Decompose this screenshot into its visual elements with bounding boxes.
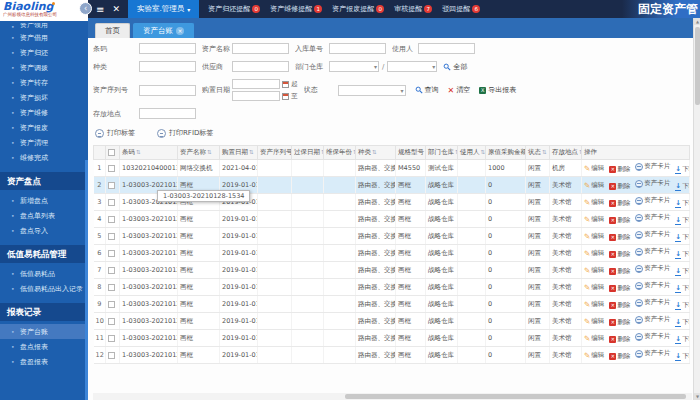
sidebar-item[interactable]: •维修完成 [0, 150, 88, 165]
row-checkbox[interactable] [108, 250, 115, 257]
action-download[interactable]: ↓下载 [675, 335, 689, 344]
row-checkbox[interactable] [108, 335, 115, 342]
action-delete[interactable]: ✕删除 [609, 301, 630, 310]
sidebar-item[interactable]: •资产损坏 [0, 90, 88, 105]
sort-icon[interactable]: ⇅ [207, 149, 212, 155]
user-input[interactable] [418, 43, 475, 54]
action-asset-card[interactable]: 资产卡片 [635, 247, 670, 256]
vertical-scrollbar-thumb[interactable] [695, 27, 700, 105]
action-edit[interactable]: ✎编辑 [584, 215, 604, 224]
sidebar-item[interactable]: •盘点导入 [0, 223, 88, 238]
category-input[interactable] [139, 61, 196, 72]
column-header[interactable]: 使用人⇅ [458, 146, 486, 160]
sidebar-item[interactable]: •资产归还 [0, 45, 88, 60]
column-header[interactable]: 状态⇅ [526, 146, 550, 160]
row-checkbox[interactable] [108, 318, 115, 325]
supplier-input[interactable] [232, 61, 289, 72]
action-edit[interactable]: ✎编辑 [584, 317, 604, 326]
action-edit[interactable]: ✎编辑 [584, 232, 604, 241]
sort-icon[interactable]: ⇅ [481, 149, 486, 155]
action-edit[interactable]: ✎编辑 [584, 300, 604, 309]
sidebar-item[interactable]: •资产调拨 [0, 60, 88, 75]
export-report-button[interactable]: X 导出报表 [479, 85, 516, 95]
sidebar-section-header[interactable]: 低值易耗品管理 [0, 245, 88, 263]
column-header[interactable]: 存放地点⇅ [550, 146, 582, 160]
sidebar-section-header[interactable]: 资产盘点 [0, 172, 88, 190]
sidebar-item[interactable]: •资产清理 [0, 135, 88, 150]
print-rfid-button[interactable]: 打印RFID标签 [157, 128, 213, 138]
action-asset-card[interactable]: 资产卡片 [635, 298, 670, 307]
action-edit[interactable]: ✎编辑 [584, 334, 604, 343]
row-checkbox[interactable] [108, 216, 115, 223]
reminder-tab[interactable]: 资产报废提醒0 [332, 4, 384, 14]
barcode-input[interactable] [139, 43, 196, 54]
tab-close-icon[interactable]: × [176, 27, 184, 35]
column-header[interactable]: 种类⇅ [356, 146, 396, 160]
sidebar-item[interactable]: •资产台账 [0, 324, 88, 339]
action-edit[interactable]: ✎编辑 [584, 266, 604, 275]
sidebar-item[interactable]: •低值易耗品 [0, 266, 88, 281]
asset-name-input[interactable] [232, 43, 289, 54]
warehouse-select[interactable]: ▾ [387, 61, 437, 72]
select-all-checkbox[interactable] [108, 149, 115, 156]
sidebar-item[interactable]: •盘盈报表 [0, 354, 88, 369]
action-asset-card[interactable]: 资产卡片 [635, 349, 670, 358]
action-download[interactable]: ↓下载 [675, 165, 689, 174]
scroll-up-icon[interactable]: ▲ [694, 18, 700, 25]
clear-button[interactable]: ✕ 清空 [448, 85, 471, 95]
action-delete[interactable]: ✕删除 [609, 318, 630, 327]
user-menu[interactable]: 实验室.管理员 ▾ [128, 0, 199, 18]
scroll-down-icon[interactable]: ▼ [694, 393, 700, 400]
action-asset-card[interactable]: 资产卡片 [635, 264, 670, 273]
action-edit[interactable]: ✎编辑 [584, 198, 604, 207]
action-edit[interactable]: ✎编辑 [584, 249, 604, 258]
inbound-no-input[interactable] [329, 43, 386, 54]
action-download[interactable]: ↓下载 [675, 318, 689, 327]
reminder-tab[interactable]: 驳回提醒6 [442, 4, 480, 14]
sidebar-item[interactable]: •资产转存 [0, 75, 88, 90]
sidebar-item[interactable]: •资产维修 [0, 105, 88, 120]
sidebar-item[interactable]: •新增盘点 [0, 193, 88, 208]
print-label-button[interactable]: 打印标签 [95, 128, 135, 138]
column-header[interactable]: 部门仓库⇅ [426, 146, 458, 160]
sidebar-item[interactable]: •资产领用 [0, 23, 88, 30]
action-edit[interactable]: ✎编辑 [584, 164, 604, 173]
sort-icon[interactable]: ⇅ [542, 149, 547, 155]
sort-icon[interactable]: ⇅ [249, 149, 254, 155]
row-checkbox[interactable] [108, 301, 115, 308]
action-delete[interactable]: ✕删除 [609, 250, 630, 259]
action-asset-card[interactable]: 资产卡片 [635, 162, 670, 171]
action-delete[interactable]: ✕删除 [609, 165, 630, 174]
sidebar-item[interactable]: •资产借用 [0, 30, 88, 45]
row-checkbox[interactable] [108, 233, 115, 240]
sort-icon[interactable]: ⇅ [136, 149, 141, 155]
column-header[interactable]: 原值采购金额⇅ [486, 146, 526, 160]
close-icon[interactable]: ✕ [112, 4, 120, 14]
action-delete[interactable]: ✕删除 [609, 182, 630, 191]
reminder-tab[interactable]: 资产维修提醒1 [270, 4, 322, 14]
column-header[interactable]: 资产名称⇅ [178, 146, 220, 160]
action-delete[interactable]: ✕删除 [609, 216, 630, 225]
action-edit[interactable]: ✎编辑 [584, 181, 604, 190]
status-select[interactable]: ▾ [338, 85, 406, 96]
action-asset-card[interactable]: 资产卡片 [635, 315, 670, 324]
action-delete[interactable]: ✕删除 [609, 284, 630, 293]
action-asset-card[interactable]: 资产卡片 [635, 332, 670, 341]
tab-0[interactable]: 首页 [95, 23, 130, 38]
action-download[interactable]: ↓下载 [675, 284, 689, 293]
column-header[interactable]: 规格型号⇅ [396, 146, 426, 160]
row-checkbox[interactable] [108, 352, 115, 359]
action-delete[interactable]: ✕删除 [609, 335, 630, 344]
action-delete[interactable]: ✕删除 [609, 352, 630, 361]
column-header[interactable]: 条码⇅ [120, 146, 178, 160]
sidebar-item[interactable]: •资产报废 [0, 120, 88, 135]
calendar-icon[interactable] [282, 81, 289, 88]
action-asset-card[interactable]: 资产卡片 [635, 213, 670, 222]
date-from-input[interactable] [232, 79, 280, 89]
sort-icon[interactable]: ⇅ [372, 149, 377, 155]
action-download[interactable]: ↓下载 [675, 250, 689, 259]
tab-1[interactable]: 资产台账× [133, 23, 194, 38]
action-download[interactable]: ↓下载 [675, 182, 689, 191]
vertical-scrollbar[interactable]: ▲ ▼ [693, 18, 700, 400]
action-asset-card[interactable]: 资产卡片 [635, 281, 670, 290]
